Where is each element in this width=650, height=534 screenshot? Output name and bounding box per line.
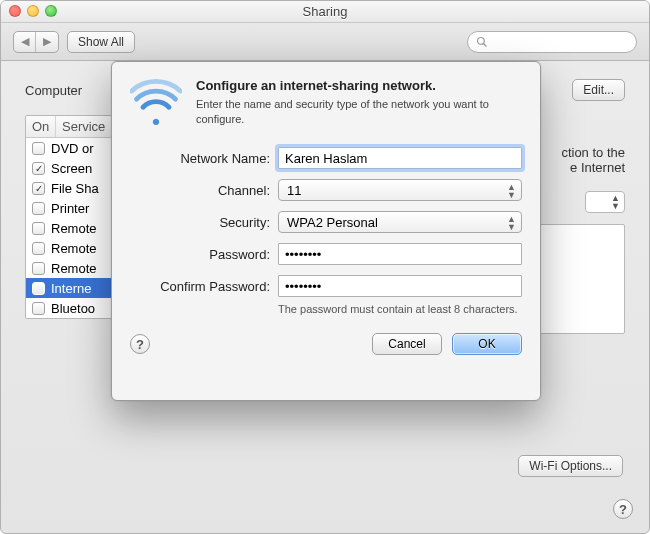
service-checkbox[interactable] bbox=[32, 222, 45, 235]
password-hint: The password must contain at least 8 cha… bbox=[278, 303, 522, 315]
confirm-password-label: Confirm Password: bbox=[130, 279, 270, 294]
search-input[interactable] bbox=[467, 31, 637, 53]
password-field[interactable]: •••••••• bbox=[278, 243, 522, 265]
channel-label: Channel: bbox=[130, 183, 270, 198]
computer-name-label: Computer bbox=[25, 83, 82, 98]
cancel-button[interactable]: Cancel bbox=[372, 333, 442, 355]
svg-point-0 bbox=[478, 37, 485, 44]
channel-value: 11 bbox=[287, 183, 301, 198]
close-icon[interactable] bbox=[9, 5, 21, 17]
titlebar: Sharing bbox=[1, 1, 649, 23]
service-checkbox[interactable] bbox=[32, 262, 45, 275]
window-title: Sharing bbox=[303, 4, 348, 19]
show-all-button[interactable]: Show All bbox=[67, 31, 135, 53]
toolbar: ◀ ▶ Show All bbox=[1, 23, 649, 61]
service-checkbox[interactable] bbox=[32, 202, 45, 215]
security-value: WPA2 Personal bbox=[287, 215, 378, 230]
configure-network-sheet: Configure an internet-sharing network. E… bbox=[111, 61, 541, 401]
service-label: File Sha bbox=[51, 181, 99, 196]
network-name-label: Network Name: bbox=[130, 151, 270, 166]
network-name-value: Karen Haslam bbox=[285, 151, 367, 166]
svg-line-1 bbox=[484, 43, 487, 46]
sheet-subtitle: Enter the name and security type of the … bbox=[196, 97, 522, 127]
wifi-icon bbox=[130, 78, 182, 133]
security-select[interactable]: WPA2 Personal ▲▼ bbox=[278, 211, 522, 233]
sheet-help-button[interactable]: ? bbox=[130, 334, 150, 354]
zoom-icon[interactable] bbox=[45, 5, 57, 17]
col-service: Service bbox=[56, 116, 111, 137]
minimize-icon[interactable] bbox=[27, 5, 39, 17]
window-controls bbox=[9, 5, 57, 17]
help-button[interactable]: ? bbox=[613, 499, 633, 519]
service-label: Remote bbox=[51, 261, 97, 276]
col-on: On bbox=[26, 116, 56, 137]
service-label: DVD or bbox=[51, 141, 94, 156]
sheet-title: Configure an internet-sharing network. bbox=[196, 78, 522, 93]
back-icon[interactable]: ◀ bbox=[14, 32, 36, 52]
service-checkbox[interactable]: ✓ bbox=[32, 162, 45, 175]
service-checkbox[interactable] bbox=[32, 142, 45, 155]
sharing-preferences-window: Sharing ◀ ▶ Show All Computer Edit... On… bbox=[0, 0, 650, 534]
security-label: Security: bbox=[130, 215, 270, 230]
channel-select[interactable]: 11 ▲▼ bbox=[278, 179, 522, 201]
confirm-password-value: •••••••• bbox=[285, 279, 321, 294]
network-name-field[interactable]: Karen Haslam bbox=[278, 147, 522, 169]
edit-button[interactable]: Edit... bbox=[572, 79, 625, 101]
service-checkbox[interactable] bbox=[32, 242, 45, 255]
service-label: Printer bbox=[51, 201, 89, 216]
wifi-options-button[interactable]: Wi-Fi Options... bbox=[518, 455, 623, 477]
ok-button[interactable]: OK bbox=[452, 333, 522, 355]
service-label: Bluetoo bbox=[51, 301, 95, 316]
share-from-select[interactable]: ▲▼ bbox=[585, 191, 625, 213]
service-label: Remote bbox=[51, 221, 97, 236]
confirm-password-field[interactable]: •••••••• bbox=[278, 275, 522, 297]
search-icon bbox=[476, 36, 488, 48]
service-label: Remote bbox=[51, 241, 97, 256]
forward-icon[interactable]: ▶ bbox=[36, 32, 58, 52]
nav-back-forward[interactable]: ◀ ▶ bbox=[13, 31, 59, 53]
service-checkbox[interactable] bbox=[32, 282, 45, 295]
password-value: •••••••• bbox=[285, 247, 321, 262]
service-label: Interne bbox=[51, 281, 91, 296]
service-checkbox[interactable]: ✓ bbox=[32, 182, 45, 195]
service-label: Screen bbox=[51, 161, 92, 176]
password-label: Password: bbox=[130, 247, 270, 262]
service-checkbox[interactable] bbox=[32, 302, 45, 315]
